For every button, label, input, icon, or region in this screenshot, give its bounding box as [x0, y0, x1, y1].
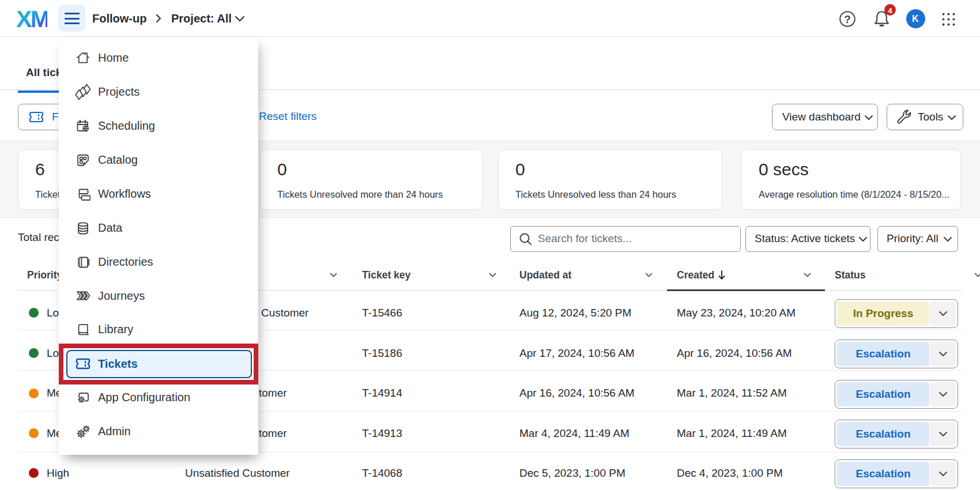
svg-text:?: ?	[844, 13, 851, 25]
svg-text:XM: XM	[16, 7, 47, 29]
